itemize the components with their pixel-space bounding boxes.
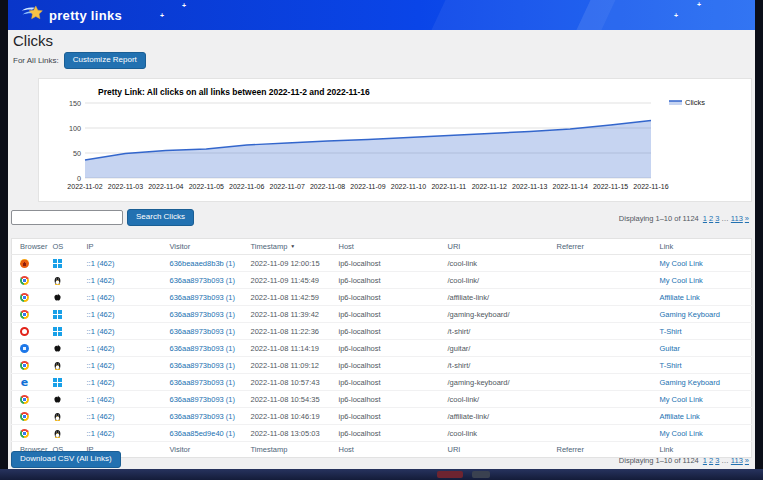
os-cell xyxy=(45,272,79,289)
link-link[interactable]: T-Shirt xyxy=(660,327,682,336)
pagination-summary: Displaying 1–10 of 1124 xyxy=(619,214,699,223)
visitor-link[interactable]: 636aa8973b093 (1) xyxy=(170,344,235,353)
uri-cell: /t-shirt/ xyxy=(440,357,549,374)
visitor-link[interactable]: 636aa85ed9e40 (1) xyxy=(170,429,235,438)
link-link[interactable]: My Cool Link xyxy=(660,276,703,285)
ip-link[interactable]: ::1 (462) xyxy=(87,378,115,387)
page-link-2[interactable]: 2 xyxy=(709,456,713,465)
referrer-cell xyxy=(549,340,652,357)
column-header-timestamp[interactable]: Timestamp▼ xyxy=(243,239,331,255)
link-link[interactable]: Guitar xyxy=(660,344,680,353)
ip-link[interactable]: ::1 (462) xyxy=(87,412,115,421)
ip-link[interactable]: ::1 (462) xyxy=(87,310,115,319)
link-link[interactable]: Gaming Keyboard xyxy=(660,378,720,387)
host-cell: ip6-localhost xyxy=(331,289,440,306)
link-link[interactable]: Gaming Keyboard xyxy=(660,310,720,319)
ip-cell: ::1 (462) xyxy=(79,289,162,306)
link-link[interactable]: My Cool Link xyxy=(660,259,703,268)
sparkle-icon: + xyxy=(160,13,164,19)
visitor-link[interactable]: 636aa8973b093 (1) xyxy=(170,293,235,302)
column-header-os[interactable]: OS xyxy=(45,239,79,255)
link-link[interactable]: T-Shirt xyxy=(660,361,682,370)
link-link[interactable]: My Cool Link xyxy=(660,429,703,438)
visitor-link[interactable]: 636aa8973b093 (1) xyxy=(170,361,235,370)
visitor-link[interactable]: 636aa8973b093 (1) xyxy=(170,395,235,404)
table-row: ::1 (462)636aa8973b093 (1)2022-11-08 11:… xyxy=(12,340,752,357)
os-cell xyxy=(45,306,79,323)
page-link-last[interactable]: 113 xyxy=(731,456,743,465)
link-cell: Guitar xyxy=(652,340,752,357)
visitor-cell: 636aa8973b093 (1) xyxy=(162,340,243,357)
page-link-next[interactable]: » xyxy=(745,456,749,465)
ip-link[interactable]: ::1 (462) xyxy=(87,327,115,336)
chrome-icon xyxy=(20,395,29,404)
column-header-link[interactable]: Link xyxy=(652,239,752,255)
chrome-icon xyxy=(20,361,29,370)
filter-row: For All Links: Customize Report xyxy=(13,52,146,69)
search-input[interactable] xyxy=(11,210,123,225)
column-header-visitor[interactable]: Visitor xyxy=(162,239,243,255)
visitor-link[interactable]: 636aa8973b093 (1) xyxy=(170,310,235,319)
page-link-1[interactable]: 1 xyxy=(703,214,707,223)
column-header-host[interactable]: Host xyxy=(331,442,440,458)
column-header-ip[interactable]: IP xyxy=(79,239,162,255)
ip-link[interactable]: ::1 (462) xyxy=(87,259,115,268)
visitor-link[interactable]: 636aa8973b093 (1) xyxy=(170,378,235,387)
ip-link[interactable]: ::1 (462) xyxy=(87,344,115,353)
column-header-referrer[interactable]: Referrer xyxy=(549,239,652,255)
visitor-cell: 636aa8973b093 (1) xyxy=(162,272,243,289)
visitor-cell: 636aa8973b093 (1) xyxy=(162,374,243,391)
column-header-host[interactable]: Host xyxy=(331,239,440,255)
ip-link[interactable]: ::1 (462) xyxy=(87,361,115,370)
column-header-timestamp[interactable]: Timestamp xyxy=(243,442,331,458)
visitor-link[interactable]: 636aa8973b093 (1) xyxy=(170,327,235,336)
host-cell: ip6-localhost xyxy=(331,323,440,340)
customize-report-button[interactable]: Customize Report xyxy=(64,52,146,69)
ip-cell: ::1 (462) xyxy=(79,340,162,357)
uri-cell: /cool-link xyxy=(440,255,549,272)
visitor-cell: 636aa8973b093 (1) xyxy=(162,391,243,408)
column-header-browser[interactable]: Browser xyxy=(12,239,45,255)
ip-cell: ::1 (462) xyxy=(79,357,162,374)
column-header-uri[interactable]: URI xyxy=(440,239,549,255)
ip-cell: ::1 (462) xyxy=(79,323,162,340)
search-clicks-button[interactable]: Search Clicks xyxy=(127,209,194,226)
link-link[interactable]: Affiliate Link xyxy=(660,412,700,421)
download-csv-button[interactable]: Download CSV (All Links) xyxy=(11,451,121,468)
legend-label: Clicks xyxy=(685,98,705,107)
clicks-chart-svg: Pretty Link: All clicks on all links bet… xyxy=(39,79,751,201)
pretty-links-logo: pretty links xyxy=(20,5,122,26)
link-link[interactable]: Affiliate Link xyxy=(660,293,700,302)
visitor-link[interactable]: 636aa8973b093 (1) xyxy=(170,276,235,285)
ip-link[interactable]: ::1 (462) xyxy=(87,293,115,302)
ip-link[interactable]: ::1 (462) xyxy=(87,429,115,438)
page-link-3[interactable]: 3 xyxy=(715,214,719,223)
x-axis-label: 2022-11-12 xyxy=(472,183,507,190)
os-cell xyxy=(45,340,79,357)
referrer-cell xyxy=(549,425,652,442)
table-row: ::1 (462)636aa8973b093 (1)2022-11-08 10:… xyxy=(12,408,752,425)
browser-cell xyxy=(12,357,45,374)
page-link-next[interactable]: » xyxy=(745,214,749,223)
link-link[interactable]: My Cool Link xyxy=(660,395,703,404)
os-cell xyxy=(45,357,79,374)
page-link-2[interactable]: 2 xyxy=(709,214,713,223)
page-link-last[interactable]: 113 xyxy=(731,214,743,223)
timestamp-cell: 2022-11-08 10:54:35 xyxy=(243,391,331,408)
column-header-visitor[interactable]: Visitor xyxy=(162,442,243,458)
ip-link[interactable]: ::1 (462) xyxy=(87,395,115,404)
column-header-uri[interactable]: URI xyxy=(440,442,549,458)
visitor-link[interactable]: 636aa8973b093 (1) xyxy=(170,412,235,421)
os-cell xyxy=(45,391,79,408)
os-cell xyxy=(45,255,79,272)
chart-title: Pretty Link: All clicks on all links bet… xyxy=(98,87,370,97)
pagination-top: Displaying 1–10 of 1124 123…113» xyxy=(619,214,749,223)
visitor-link[interactable]: 636beaaed8b3b (1) xyxy=(170,259,235,268)
page-link-1[interactable]: 1 xyxy=(703,456,707,465)
ip-link[interactable]: ::1 (462) xyxy=(87,276,115,285)
link-cell: My Cool Link xyxy=(652,255,752,272)
x-axis-label: 2022-11-09 xyxy=(350,183,385,190)
x-axis-label: 2022-11-15 xyxy=(593,183,628,190)
page-link-3[interactable]: 3 xyxy=(715,456,719,465)
referrer-cell xyxy=(549,306,652,323)
